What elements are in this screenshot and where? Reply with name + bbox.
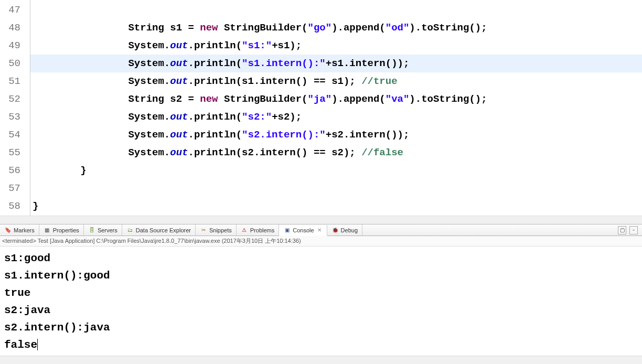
tab-label: Properties — [53, 227, 79, 233]
code-token-plain: System. — [128, 58, 170, 69]
code-line[interactable] — [30, 1, 642, 19]
code-token-fld: out — [170, 111, 188, 123]
code-token-fld: out — [170, 76, 188, 87]
maximize-view-button[interactable]: ▢ — [618, 226, 626, 234]
servers-icon: 🗄 — [88, 227, 95, 234]
tabs-toolbar-right: ▢ ▫ — [618, 226, 642, 234]
code-token-fld: out — [170, 129, 188, 141]
code-token-str: "od" — [386, 22, 410, 34]
tab-debug[interactable]: 🐞Debug — [327, 224, 362, 235]
code-token-plain: ).append( — [331, 93, 386, 105]
data-source-explorer-icon: 🗂 — [126, 227, 134, 234]
tab-properties[interactable]: ▦Properties — [39, 224, 84, 235]
tab-servers[interactable]: 🗄Servers — [84, 224, 122, 235]
code-token-plain: } — [33, 200, 38, 212]
code-token-plain: +s2); — [272, 111, 302, 123]
console-line: s2:java — [4, 302, 638, 319]
code-token-plain: System. — [128, 76, 170, 87]
code-line[interactable]: System.out.println("s1.intern():"+s1.int… — [30, 55, 642, 72]
code-line[interactable] — [30, 179, 642, 197]
code-token-plain: } — [80, 165, 86, 176]
line-number: 47 — [0, 1, 30, 19]
code-token-kw: new — [200, 93, 218, 105]
tab-snippets[interactable]: ✂Snippets — [196, 224, 237, 235]
code-token-str: "ja" — [308, 93, 332, 105]
code-token-plain: .println( — [188, 129, 242, 141]
problems-icon: ⚠ — [241, 227, 248, 234]
tab-label: Snippets — [209, 227, 232, 233]
code-token-plain: .println( — [188, 58, 242, 69]
console-icon: ▣ — [283, 227, 291, 234]
close-icon[interactable]: ✕ — [316, 227, 323, 233]
tab-label: Data Source Explorer — [136, 227, 191, 233]
tab-data-source-explorer[interactable]: 🗂Data Source Explorer — [122, 224, 196, 235]
line-number: 57 — [0, 179, 30, 197]
tab-problems[interactable]: ⚠Problems — [237, 224, 279, 235]
code-token-plain: ).toString(); — [409, 22, 487, 34]
code-token-fld: out — [170, 58, 188, 69]
minimize-view-button[interactable]: ▫ — [629, 226, 638, 234]
code-token-str: "s2:" — [242, 111, 272, 123]
code-line[interactable]: System.out.println("s1:"+s1); — [30, 37, 642, 55]
markers-icon: 🔖 — [4, 227, 12, 234]
code-token-plain: .println(s2.intern() == s2); — [188, 147, 361, 158]
code-token-plain: ).toString(); — [409, 93, 487, 105]
line-number: 58 — [0, 197, 30, 215]
code-line[interactable]: System.out.println(s1.intern() == s1); /… — [30, 72, 642, 90]
console-line: s2.intern():java — [4, 319, 638, 336]
code-token-fld: out — [170, 147, 188, 158]
gutter: 474849505152535455565758 — [0, 0, 30, 216]
console-process-header: <terminated> Test [Java Application] C:\… — [0, 236, 642, 247]
line-number: 54 — [0, 126, 30, 144]
code-line[interactable]: System.out.println(s2.intern() == s2); /… — [30, 144, 642, 162]
code-token-kw: new — [200, 22, 218, 34]
console-output[interactable]: s1:goods1.intern():goodtrues2:javas2.int… — [0, 247, 642, 356]
editor-scrollbar-horizontal[interactable] — [0, 216, 642, 224]
code-area[interactable]: String s1 = new StringBuilder("go").appe… — [30, 0, 642, 216]
line-number: 56 — [0, 162, 30, 179]
code-token-str: "va" — [386, 93, 410, 105]
console-line: true — [4, 284, 638, 302]
code-line[interactable]: } — [30, 162, 642, 179]
console-line: false — [4, 336, 638, 354]
tab-label: Console — [293, 227, 314, 233]
snippets-icon: ✂ — [200, 227, 207, 234]
code-token-plain: .println( — [188, 111, 242, 123]
code-token-plain: System. — [128, 111, 170, 123]
code-token-plain: System. — [128, 147, 170, 158]
code-token-plain: .println(s1.intern() == s1); — [188, 76, 361, 87]
line-number: 53 — [0, 108, 30, 126]
properties-icon: ▦ — [44, 227, 51, 234]
code-token-cmt: //false — [361, 147, 403, 158]
tab-label: Markers — [14, 227, 35, 233]
code-token-plain: StringBuilder( — [218, 22, 307, 34]
code-line[interactable]: System.out.println("s2.intern():"+s2.int… — [30, 126, 642, 144]
code-line[interactable]: String s1 = new StringBuilder("go").appe… — [30, 19, 642, 37]
tab-markers[interactable]: 🔖Markers — [0, 224, 39, 235]
code-token-plain: +s1); — [272, 40, 302, 51]
line-number: 48 — [0, 19, 30, 37]
code-token-plain: String s1 = — [128, 22, 200, 34]
code-token-plain: +s2.intern()); — [326, 129, 410, 141]
line-number: 55 — [0, 144, 30, 162]
line-number: 49 — [0, 37, 30, 55]
console-line: s1.intern():good — [4, 267, 638, 284]
code-token-plain: String s2 = — [128, 93, 200, 105]
views-tab-bar: 🔖Markers▦Properties🗄Servers🗂Data Source … — [0, 224, 642, 236]
code-line[interactable]: String s2 = new StringBuilder("ja").appe… — [30, 90, 642, 108]
code-token-str: "s2.intern():" — [242, 129, 326, 141]
code-line[interactable]: } — [30, 197, 642, 215]
code-token-plain: StringBuilder( — [218, 93, 307, 105]
tab-label: Servers — [98, 227, 117, 233]
code-token-plain: +s1.intern()); — [326, 58, 410, 69]
console-scrollbar-horizontal[interactable] — [0, 356, 642, 364]
code-token-str: "s1.intern():" — [242, 58, 326, 69]
tab-label: Problems — [250, 227, 274, 233]
code-token-plain: .println( — [188, 40, 242, 51]
code-line[interactable]: System.out.println("s2:"+s2); — [30, 108, 642, 126]
tab-console[interactable]: ▣Console✕ — [279, 225, 327, 236]
text-cursor — [37, 339, 38, 350]
editor-pane: 474849505152535455565758 String s1 = new… — [0, 0, 642, 216]
code-token-plain: ).append( — [331, 22, 386, 34]
code-token-cmt: //true — [361, 76, 397, 87]
